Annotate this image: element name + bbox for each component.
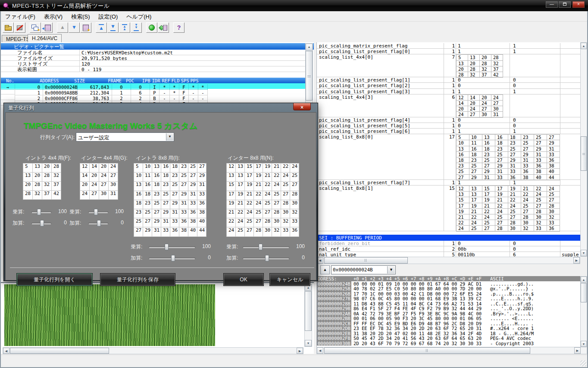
open-matrix-button[interactable]: 量子化行列を開く [16, 273, 93, 286]
matrix-cell[interactable]: 14 [90, 164, 99, 173]
matrix-cell[interactable]: 27 [188, 173, 197, 182]
matrix-cell[interactable]: 31 [170, 209, 179, 218]
matrix-cell[interactable]: 27 [272, 200, 281, 209]
matrix-cell[interactable]: 18 [134, 200, 143, 209]
matrix-cell[interactable]: 21 [245, 191, 254, 200]
matrix-cell[interactable]: 18 [161, 173, 170, 182]
tab-h-264-avc[interactable]: H.264/AVC [28, 34, 62, 42]
matrix-cell[interactable]: 25 [281, 182, 290, 191]
matrix-cell[interactable]: 31 [161, 218, 170, 227]
matrix-cell[interactable]: 25 [290, 173, 299, 182]
matrix-cell[interactable]: 23 [143, 200, 152, 209]
matrix-cell[interactable]: 29 [179, 191, 188, 200]
matrix-cell[interactable]: 24 [227, 227, 236, 236]
matrix-cell[interactable]: 24 [80, 191, 90, 200]
add-slider-thumb[interactable] [265, 255, 269, 261]
matrix-cell[interactable]: 36 [170, 227, 179, 236]
hex-vscrollbar[interactable]: ▲ ▼ [580, 276, 587, 347]
matrix-cell[interactable]: 25 [245, 218, 254, 227]
matrix-cell[interactable]: 24 [245, 209, 254, 218]
scroll-down-icon[interactable]: ▼ [581, 341, 587, 347]
scroll-up-icon[interactable]: ▲ [581, 43, 587, 49]
matrix-cell[interactable]: 27 [90, 191, 99, 200]
matrix-cell[interactable]: 25 [179, 173, 188, 182]
matrix-cell[interactable]: 25 [254, 209, 263, 218]
matrix-cell[interactable]: 20 [42, 164, 52, 173]
matrix-cell[interactable]: 27 [134, 227, 143, 236]
matrix-cell[interactable]: 28 [290, 191, 299, 200]
goto-picture-button[interactable]: ▸ [80, 22, 91, 33]
menu-item[interactable]: 設定(O) [94, 11, 122, 22]
matrix-cell[interactable]: 17 [245, 173, 254, 182]
column-header[interactable]: IPB [141, 78, 151, 83]
matrix-cell[interactable]: 22 [236, 209, 245, 218]
scroll-left-icon[interactable]: ◀ [317, 347, 323, 354]
matrix-cell[interactable]: 24 [263, 191, 272, 200]
matrix-cell[interactable]: 19 [236, 191, 245, 200]
matrix-cell[interactable]: 40 [197, 218, 206, 227]
matrix-cell[interactable]: 10 [134, 173, 143, 182]
picture-row[interactable]: 10x000009A8BB212,30416P-*F-- [1, 89, 312, 94]
column-header[interactable]: FRAME [105, 78, 124, 83]
matrix-cell[interactable]: 13 [227, 173, 236, 182]
multiply-slider[interactable] [31, 211, 51, 213]
scrollbar-thumb[interactable] [305, 291, 312, 331]
matrix-cell[interactable]: 13 [152, 164, 161, 173]
copy-window-button[interactable]: ▸ [30, 22, 41, 33]
matrix-cell[interactable]: 11 [143, 173, 152, 182]
matrix-cell[interactable]: 28 [33, 182, 42, 191]
matrix-cell[interactable]: 31 [197, 182, 206, 191]
matrix-cell[interactable]: 30 [272, 218, 281, 227]
matrix-cell[interactable]: 16 [152, 173, 161, 182]
menu-item[interactable]: ヘルプ(H) [122, 11, 156, 22]
matrix-cell[interactable]: 5 [134, 164, 143, 173]
matrix-cell[interactable]: 19 [227, 200, 236, 209]
matrix-cell[interactable]: 32 [281, 218, 290, 227]
matrix-cell[interactable]: 29 [161, 209, 170, 218]
multiply-slider[interactable] [88, 211, 108, 213]
matrix-cell[interactable]: 25 [170, 182, 179, 191]
matrix-cell[interactable]: 18 [143, 191, 152, 200]
matrix-cell[interactable]: 22 [245, 200, 254, 209]
matrix-cell[interactable]: 23 [170, 173, 179, 182]
matrix-cell[interactable]: 27 [170, 191, 179, 200]
matrix-cell[interactable]: 25 [134, 218, 143, 227]
matrix-cell[interactable]: 36 [179, 218, 188, 227]
matrix-cell[interactable]: 42 [52, 191, 61, 200]
matrix-cell[interactable]: 30 [281, 209, 290, 218]
matrix-cell[interactable]: 33 [170, 218, 179, 227]
matrix-cell[interactable]: 38 [188, 218, 197, 227]
matrix-cell[interactable]: 25 [143, 209, 152, 218]
matrix-cell[interactable]: 32 [33, 191, 42, 200]
matrix-cell[interactable]: 23 [134, 209, 143, 218]
matrix-cell[interactable]: 28 [272, 209, 281, 218]
matrix-cell[interactable]: 21 [227, 209, 236, 218]
matrix-cell[interactable]: 24 [272, 182, 281, 191]
matrix-cell[interactable]: 29 [170, 200, 179, 209]
matrix-cell[interactable]: 13 [23, 173, 33, 182]
matrix-cell[interactable]: 30 [290, 200, 299, 209]
scrollbar-thumb[interactable] [306, 51, 313, 101]
matrix-cell[interactable]: 27 [281, 191, 290, 200]
matrix-cell[interactable]: 13 [33, 164, 42, 173]
matrix-cell[interactable]: 31 [179, 200, 188, 209]
matrix-cell[interactable]: 19 [263, 164, 272, 173]
preview-vscrollbar[interactable]: ▲ ▼ [304, 284, 312, 347]
list-display-button[interactable]: ◂ [41, 22, 53, 33]
matrix-cell[interactable]: 24 [236, 218, 245, 227]
matrix-cell[interactable]: 24 [254, 200, 263, 209]
matrix-cell[interactable]: 17 [227, 191, 236, 200]
matrix-cell[interactable]: 36 [197, 200, 206, 209]
matrix-cell[interactable]: 27 [245, 227, 254, 236]
matrix-cell[interactable]: 44 [197, 227, 206, 236]
column-header[interactable]: REF [161, 78, 171, 83]
picture-info-button[interactable] [158, 22, 169, 33]
matrix-cell[interactable]: 24 [281, 173, 290, 182]
close-file-button[interactable] [14, 22, 25, 33]
scroll-up-icon[interactable]: ▲ [581, 277, 587, 283]
matrix-cell[interactable]: 32 [272, 227, 281, 236]
minimize-button[interactable]: — [546, 1, 558, 8]
matrix-cell[interactable]: 22 [227, 218, 236, 227]
matrix-cell[interactable]: 27 [152, 209, 161, 218]
matrix-cell[interactable]: 31 [152, 227, 161, 236]
